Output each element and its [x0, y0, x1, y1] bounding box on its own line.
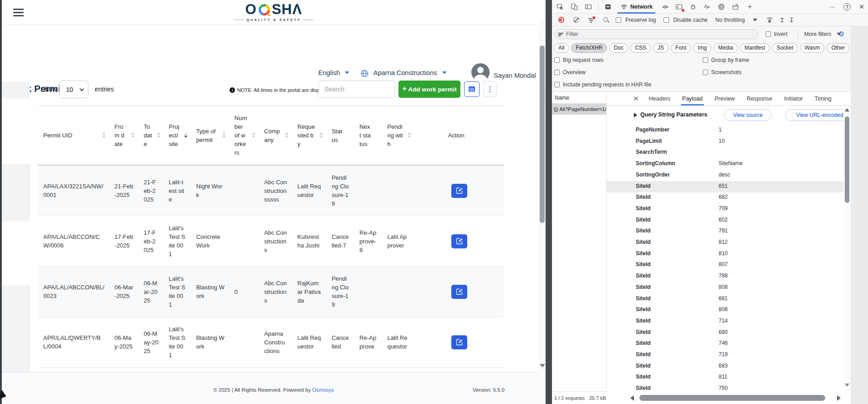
detail-tab-timing[interactable]: Timing	[815, 92, 832, 106]
close-detail-icon[interactable]: ✕	[633, 95, 639, 103]
checkbox[interactable]	[703, 57, 708, 63]
search-icon[interactable]	[601, 15, 612, 25]
chip-manifest[interactable]: Manifest	[740, 43, 770, 53]
detail-tab-headers[interactable]: Headers	[649, 92, 670, 106]
chip-img[interactable]: Img	[693, 43, 711, 53]
application-icon[interactable]	[730, 1, 741, 12]
throttling-dropdown[interactable]: No throttling	[715, 17, 758, 23]
device-toolbar-icon[interactable]	[569, 1, 580, 12]
request-row[interactable]: {;}All?PageNumber=1&...	[552, 104, 606, 115]
sort-arrows-icon[interactable]	[157, 132, 160, 138]
sort-arrows-icon[interactable]	[319, 132, 323, 138]
chip-js[interactable]: JS	[653, 43, 669, 53]
column-header[interactable]: To date	[138, 106, 163, 166]
edit-permit-button[interactable]	[451, 184, 467, 198]
search-input[interactable]	[318, 81, 395, 98]
payload-scrollbar-thumb[interactable]	[845, 116, 849, 203]
column-header[interactable]: Project/ site	[163, 106, 191, 166]
page-scroll-down-icon[interactable]	[540, 364, 545, 368]
chip-media[interactable]: Media	[714, 43, 738, 53]
column-header[interactable]: Permit UID	[38, 106, 109, 166]
detail-tab-response[interactable]: Response	[746, 92, 772, 106]
preserve-log-checkbox[interactable]	[616, 17, 621, 23]
more-filters-dropdown[interactable]: More filters	[804, 31, 841, 37]
column-header[interactable]: Type of permit	[191, 106, 229, 166]
checkbox[interactable]	[554, 57, 560, 63]
column-header[interactable]: From date	[109, 106, 138, 166]
disable-cache-checkbox[interactable]	[664, 17, 669, 23]
detail-tab-preview[interactable]: Preview	[715, 92, 735, 106]
payload-hscrollbar-thumb[interactable]	[639, 395, 825, 401]
network-filter-input[interactable]	[566, 31, 739, 37]
column-header[interactable]: Pending with	[382, 106, 414, 166]
scroll-up-icon[interactable]	[845, 108, 849, 111]
disclosure-triangle-icon[interactable]	[634, 113, 637, 117]
language-dropdown[interactable]: English	[318, 69, 349, 76]
more-options-icon[interactable]: ⋯	[827, 1, 838, 12]
chip-other[interactable]: Other	[827, 43, 849, 53]
sort-arrows-icon[interactable]	[408, 132, 411, 138]
detail-tab-payload[interactable]: Payload	[682, 92, 703, 106]
import-har-icon[interactable]: ↥	[779, 17, 785, 23]
sort-arrows-icon[interactable]	[252, 132, 255, 138]
user-avatar[interactable]	[471, 63, 490, 81]
chip-font[interactable]: Font	[671, 43, 691, 53]
chip-doc[interactable]: Doc	[609, 43, 628, 53]
sort-arrows-icon[interactable]	[184, 132, 188, 138]
chip-socket[interactable]: Socket	[772, 43, 798, 53]
record-icon[interactable]	[556, 15, 567, 25]
filter-icon[interactable]	[586, 15, 597, 25]
view-urlencoded-button[interactable]: View URL-encoded	[785, 109, 843, 121]
export-har-icon[interactable]: ↧	[789, 17, 794, 23]
console-icon[interactable]	[674, 1, 684, 12]
view-source-button[interactable]: View source	[724, 109, 771, 121]
performance-icon[interactable]	[702, 1, 713, 12]
help-icon[interactable]: ?	[842, 1, 853, 12]
scroll-down-icon[interactable]	[845, 384, 849, 387]
page-scrollbar-thumb[interactable]	[540, 45, 545, 223]
pane-divider[interactable]	[546, 0, 552, 404]
column-header[interactable]: Company	[259, 106, 292, 166]
page-size-select[interactable]: 10	[59, 81, 88, 98]
edit-permit-button[interactable]	[451, 234, 467, 248]
add-tool-icon[interactable]: +	[744, 1, 755, 12]
more-actions-button[interactable]: ⋮	[483, 81, 497, 97]
network-conditions-icon[interactable]	[764, 15, 775, 25]
scroll-left-icon[interactable]	[630, 395, 634, 401]
edit-permit-button[interactable]	[451, 285, 467, 299]
chip-css[interactable]: CSS	[630, 43, 651, 53]
column-header[interactable]: Requested by	[292, 106, 326, 166]
payload-hscrollbar-track[interactable]	[607, 391, 851, 404]
add-work-permit-button[interactable]: + Add work permit	[398, 81, 460, 98]
scroll-right-icon[interactable]	[837, 395, 841, 401]
sort-arrows-icon[interactable]	[285, 132, 289, 138]
invert-checkbox[interactable]	[766, 31, 771, 37]
chip-fetchxhr[interactable]: Fetch/XHR	[571, 43, 607, 53]
sort-arrows-icon[interactable]	[102, 132, 106, 138]
checkbox[interactable]	[703, 70, 708, 75]
tab-network[interactable]: Network	[617, 0, 656, 14]
memory-icon[interactable]	[716, 1, 727, 12]
app-drawer-icon[interactable]	[602, 1, 613, 12]
column-visibility-button[interactable]	[464, 81, 480, 97]
sort-arrows-icon[interactable]	[222, 132, 226, 138]
chip-all[interactable]: All	[554, 43, 569, 53]
sources-icon[interactable]: </>	[659, 1, 670, 12]
clear-icon[interactable]	[571, 15, 582, 25]
close-devtools-icon[interactable]: ✕	[856, 1, 867, 12]
osmosys-link[interactable]: Osmosys	[312, 387, 334, 393]
checkbox[interactable]	[554, 82, 560, 87]
inspect-icon[interactable]	[555, 1, 566, 12]
chip-wasm[interactable]: Wasm	[800, 43, 825, 53]
edit-permit-button[interactable]	[451, 335, 467, 349]
sort-arrows-icon[interactable]	[131, 132, 135, 138]
activity-bar-layout-icon[interactable]	[583, 1, 594, 12]
hamburger-menu-icon[interactable]	[13, 9, 24, 16]
detail-tab-initiator[interactable]: Initiator	[784, 92, 803, 106]
checkbox[interactable]	[554, 70, 560, 75]
payload-scrollbar-track[interactable]	[843, 106, 851, 391]
debugger-bug-icon[interactable]	[688, 1, 699, 12]
column-header[interactable]: Number of workers	[229, 106, 259, 166]
requests-name-header[interactable]: Name	[552, 92, 606, 104]
organization-dropdown[interactable]: Aparna Constructions	[373, 69, 447, 76]
